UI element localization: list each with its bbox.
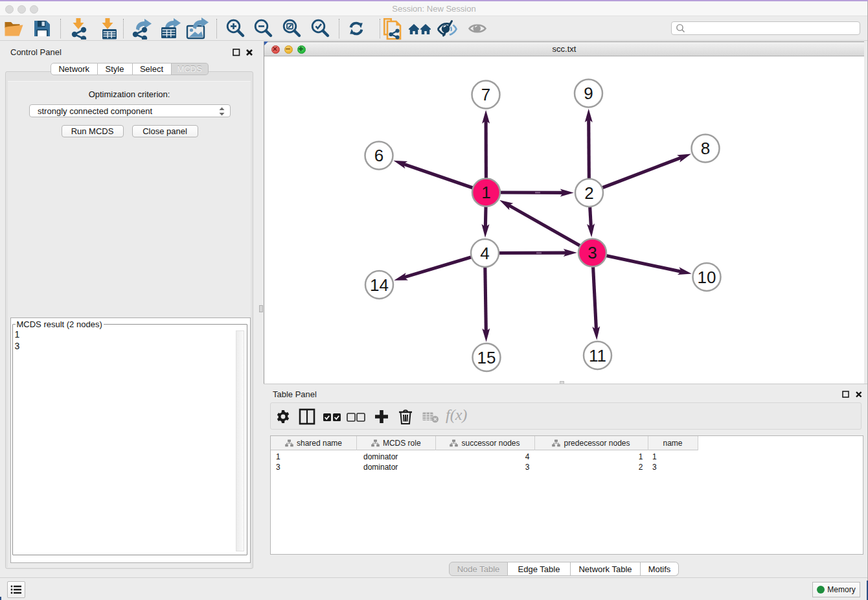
svg-text:2: 2 xyxy=(584,183,593,203)
svg-text:14: 14 xyxy=(370,275,389,295)
svg-text:11: 11 xyxy=(589,346,606,365)
svg-text:1: 1 xyxy=(481,183,490,202)
svg-text:6: 6 xyxy=(374,146,383,165)
svg-text:3: 3 xyxy=(588,243,597,262)
svg-text:10: 10 xyxy=(698,268,716,287)
svg-text:9: 9 xyxy=(584,84,593,103)
svg-text:15: 15 xyxy=(477,348,496,367)
svg-text:8: 8 xyxy=(701,139,710,158)
svg-text:7: 7 xyxy=(481,85,490,104)
svg-text:4: 4 xyxy=(480,244,489,263)
